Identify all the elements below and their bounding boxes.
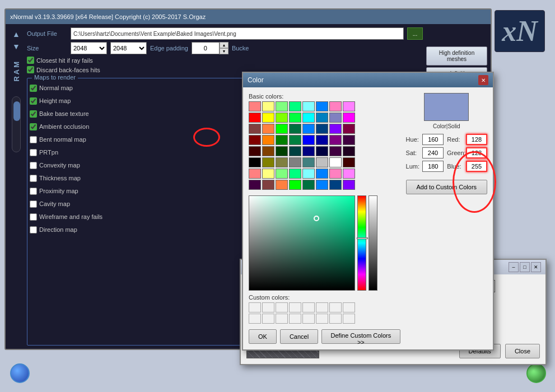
map-checkbox-11[interactable] (30, 226, 37, 234)
color-swatch[interactable] (329, 146, 342, 156)
hue-slider[interactable] (357, 195, 366, 291)
color-swatch[interactable] (249, 135, 261, 145)
map-checkbox-6[interactable] (30, 162, 37, 169)
custom-color-swatch[interactable] (262, 314, 274, 324)
color-swatch[interactable] (289, 180, 301, 190)
nm-close-btn[interactable]: ✕ (531, 262, 541, 272)
color-swatch[interactable] (289, 169, 301, 179)
color-swatch[interactable] (343, 157, 355, 167)
custom-color-swatch[interactable] (343, 302, 355, 312)
map-checkbox-0[interactable] (30, 85, 37, 92)
edge-up[interactable]: ▲ (220, 42, 228, 48)
edge-down[interactable]: ▼ (220, 48, 228, 54)
color-swatch[interactable] (276, 113, 288, 123)
color-swatch[interactable] (343, 146, 355, 156)
brightness-slider[interactable] (369, 195, 377, 291)
map-checkbox-3[interactable] (30, 123, 37, 130)
right-panel-btn-0[interactable]: High definition meshes (426, 46, 487, 66)
color-swatch[interactable] (343, 113, 355, 123)
color-swatch[interactable] (302, 180, 315, 190)
color-swatch[interactable] (262, 146, 274, 156)
color-swatch[interactable] (329, 135, 342, 145)
custom-color-swatch[interactable] (276, 302, 288, 312)
red-input[interactable] (466, 134, 487, 145)
color-swatch[interactable] (262, 101, 274, 111)
cancel-button[interactable]: Cancel (280, 329, 318, 344)
color-swatch[interactable] (316, 135, 328, 145)
color-swatch[interactable] (302, 135, 315, 145)
color-swatch[interactable] (316, 169, 328, 179)
map-checkbox-2[interactable] (30, 110, 37, 118)
nm-maximize-btn[interactable]: □ (520, 262, 530, 272)
map-checkbox-10[interactable] (30, 213, 37, 221)
custom-color-swatch[interactable] (249, 302, 261, 312)
color-swatch[interactable] (302, 169, 315, 179)
color-swatch[interactable] (302, 101, 315, 111)
custom-color-swatch[interactable] (302, 302, 315, 312)
custom-color-swatch[interactable] (329, 302, 342, 312)
color-swatch[interactable] (262, 135, 274, 145)
custom-color-swatch[interactable] (302, 314, 315, 324)
color-swatch[interactable] (316, 146, 328, 156)
color-swatch[interactable] (302, 124, 315, 134)
color-swatch[interactable] (343, 169, 355, 179)
color-swatch[interactable] (249, 157, 261, 167)
color-swatch[interactable] (329, 157, 342, 167)
color-swatch[interactable] (262, 124, 274, 134)
blue-input[interactable] (466, 161, 487, 172)
color-swatch[interactable] (329, 101, 342, 111)
custom-color-swatch[interactable] (316, 314, 328, 324)
color-swatch[interactable] (329, 113, 342, 123)
custom-color-swatch[interactable] (249, 314, 261, 324)
sat-input[interactable] (422, 147, 444, 158)
color-swatch[interactable] (343, 124, 355, 134)
color-swatch[interactable] (276, 146, 288, 156)
color-swatch[interactable] (329, 169, 342, 179)
color-swatch[interactable] (343, 101, 355, 111)
color-swatch[interactable] (316, 180, 328, 190)
color-swatch[interactable] (289, 146, 301, 156)
output-browse-button[interactable]: ... (407, 27, 423, 40)
nm-close-button[interactable]: Close (505, 344, 540, 358)
output-path-field[interactable]: C:\Users\hartz\Documents\Vent Example\Ba… (71, 27, 404, 40)
custom-color-swatch[interactable] (343, 314, 355, 324)
custom-color-swatch[interactable] (276, 314, 288, 324)
color-swatch[interactable] (249, 180, 261, 190)
closest-hit-checkbox[interactable] (27, 57, 34, 64)
color-swatch[interactable] (262, 113, 274, 123)
color-swatch[interactable] (289, 135, 301, 145)
map-checkbox-1[interactable] (30, 97, 37, 105)
edge-padding-input[interactable] (192, 42, 220, 54)
color-swatch[interactable] (276, 169, 288, 179)
color-swatch[interactable] (302, 157, 315, 167)
color-swatch[interactable] (249, 169, 261, 179)
color-swatch[interactable] (249, 146, 261, 156)
hue-input[interactable] (422, 134, 444, 145)
size-height-select[interactable]: 2048 (110, 42, 147, 54)
map-checkbox-7[interactable] (30, 175, 37, 182)
color-swatch[interactable] (343, 135, 355, 145)
globe-icon[interactable] (10, 363, 30, 383)
custom-color-swatch[interactable] (329, 314, 342, 324)
define-custom-button[interactable]: Define Custom Colors >> (321, 329, 400, 344)
up-arrow[interactable]: ▲ (12, 30, 20, 39)
color-swatch[interactable] (262, 169, 274, 179)
color-swatch[interactable] (262, 180, 274, 190)
color-swatch[interactable] (249, 124, 261, 134)
nm-minimize-btn[interactable]: – (509, 262, 519, 272)
discard-back-checkbox[interactable] (27, 66, 34, 73)
color-swatch[interactable] (289, 157, 301, 167)
color-swatch[interactable] (249, 113, 261, 123)
custom-color-swatch[interactable] (289, 314, 301, 324)
color-swatch[interactable] (316, 101, 328, 111)
map-checkbox-8[interactable] (30, 188, 37, 195)
color-swatch[interactable] (262, 157, 274, 167)
size-width-select[interactable]: 2048 (71, 42, 107, 54)
color-swatch[interactable] (289, 124, 301, 134)
green-input[interactable] (466, 147, 487, 158)
color-swatch[interactable] (289, 101, 301, 111)
spectrum-area[interactable] (249, 195, 355, 291)
color-swatch[interactable] (276, 157, 288, 167)
map-checkbox-4[interactable] (30, 136, 37, 143)
lum-input[interactable] (422, 161, 444, 172)
